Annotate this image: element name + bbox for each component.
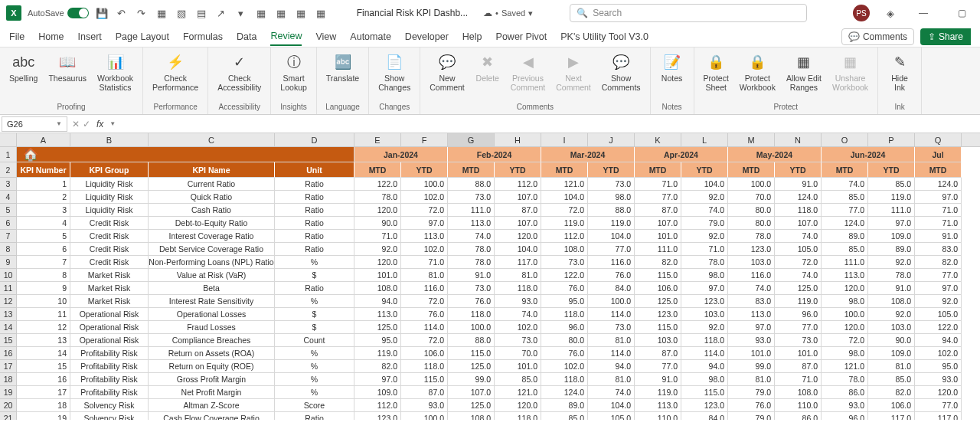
kpi-number[interactable]: 7: [17, 256, 70, 269]
qat-icon[interactable]: ▧: [175, 6, 188, 20]
qat-icon[interactable]: ▦: [314, 6, 328, 20]
data-cell[interactable]: 78.0: [868, 269, 915, 282]
sub-header[interactable]: YTD: [495, 162, 541, 178]
col-header-O[interactable]: O: [822, 133, 868, 146]
data-cell[interactable]: 104.0: [541, 191, 588, 204]
check-performance-button[interactable]: ⚡Check Performance: [148, 51, 203, 101]
month-header[interactable]: Feb-2024: [448, 147, 541, 162]
header-name[interactable]: KPI Name: [149, 162, 275, 178]
data-cell[interactable]: 117.0: [495, 256, 541, 269]
data-cell[interactable]: 97.0: [401, 217, 448, 230]
translate-button[interactable]: 🔤Translate: [322, 51, 364, 101]
protect-workbook-button[interactable]: 🔒Protect Workbook: [735, 51, 780, 101]
kpi-group[interactable]: Operational Risk: [70, 334, 149, 347]
spreadsheet-grid[interactable]: ABCDEFGHIJKLMNOPQ 1234567891011121314151…: [0, 133, 980, 420]
data-cell[interactable]: 85.0: [495, 373, 541, 386]
data-cell[interactable]: 104.0: [495, 243, 541, 256]
data-cell[interactable]: 120.0: [822, 321, 868, 334]
data-cell[interactable]: 105.0: [588, 412, 635, 420]
tab-data[interactable]: Data: [237, 28, 256, 45]
kpi-group[interactable]: Profitability Risk: [70, 373, 149, 386]
data-cell[interactable]: 125.0: [448, 360, 495, 373]
month-header[interactable]: May-2024: [728, 147, 822, 162]
data-cell[interactable]: 115.0: [401, 373, 448, 386]
data-cell[interactable]: 81.0: [588, 373, 635, 386]
data-cell[interactable]: 103.0: [681, 308, 728, 321]
data-cell[interactable]: 73.0: [775, 334, 822, 347]
kpi-number[interactable]: 17: [17, 386, 70, 399]
col-header-J[interactable]: J: [588, 133, 635, 146]
data-cell[interactable]: 70.0: [728, 191, 775, 204]
data-cell[interactable]: 114.0: [401, 321, 448, 334]
month-header[interactable]: Apr-2024: [635, 147, 728, 162]
data-cell[interactable]: 124.0: [775, 191, 822, 204]
data-cell[interactable]: 122.0: [541, 269, 588, 282]
data-cell[interactable]: 100.0: [822, 308, 868, 321]
data-cell[interactable]: 93.0: [915, 373, 962, 386]
autosave-toggle[interactable]: AutoSave: [28, 8, 89, 18]
data-cell[interactable]: 96.0: [775, 308, 822, 321]
data-cell[interactable]: 125.0: [354, 321, 401, 334]
kpi-name[interactable]: Cash Flow Coverage Ratio: [149, 412, 275, 420]
row-header-12[interactable]: 12: [0, 295, 16, 308]
data-cell[interactable]: 102.0: [915, 347, 962, 360]
data-cell[interactable]: 102.0: [541, 360, 588, 373]
data-cell[interactable]: 74.0: [588, 386, 635, 399]
data-cell[interactable]: 115.0: [448, 347, 495, 360]
chevron-down-icon[interactable]: ▼: [56, 120, 62, 127]
data-cell[interactable]: 78.0: [681, 256, 728, 269]
kpi-name[interactable]: Debt-to-Equity Ratio: [149, 217, 275, 230]
data-cell[interactable]: 101.0: [728, 347, 775, 360]
data-cell[interactable]: 92.0: [681, 191, 728, 204]
data-cell[interactable]: 92.0: [681, 321, 728, 334]
kpi-name[interactable]: Operational Losses: [149, 308, 275, 321]
data-cell[interactable]: 109.0: [868, 230, 915, 243]
data-cell[interactable]: 97.0: [868, 217, 915, 230]
data-cell[interactable]: 98.0: [681, 269, 728, 282]
data-cell[interactable]: 118.0: [541, 373, 588, 386]
data-cell[interactable]: 92.0: [681, 230, 728, 243]
data-cell[interactable]: 113.0: [401, 230, 448, 243]
data-cell[interactable]: 76.0: [541, 282, 588, 295]
data-cell[interactable]: 113.0: [822, 269, 868, 282]
kpi-group[interactable]: Operational Risk: [70, 321, 149, 334]
month-header[interactable]: Jul: [915, 147, 962, 162]
col-header-E[interactable]: E: [354, 133, 401, 146]
kpi-name[interactable]: Net Profit Margin: [149, 386, 275, 399]
data-cell[interactable]: 78.0: [728, 230, 775, 243]
sub-header[interactable]: MTD: [354, 162, 401, 178]
data-cell[interactable]: 113.0: [635, 399, 681, 412]
data-cell[interactable]: 93.0: [401, 399, 448, 412]
data-cell[interactable]: 123.0: [681, 295, 728, 308]
data-cell[interactable]: 98.0: [681, 373, 728, 386]
row-header-2[interactable]: 2: [0, 162, 16, 178]
row-header-4[interactable]: 4: [0, 191, 16, 204]
kpi-unit[interactable]: %: [275, 256, 354, 269]
data-cell[interactable]: 106.0: [868, 399, 915, 412]
kpi-group[interactable]: Market Risk: [70, 269, 149, 282]
kpi-group[interactable]: Profitability Risk: [70, 386, 149, 399]
data-cell[interactable]: 112.0: [541, 230, 588, 243]
data-cell[interactable]: 104.0: [681, 178, 728, 191]
data-cell[interactable]: 121.0: [541, 178, 588, 191]
data-cell[interactable]: 97.0: [728, 321, 775, 334]
tab-developer[interactable]: Developer: [405, 28, 449, 45]
col-header-D[interactable]: D: [275, 133, 354, 146]
data-cell[interactable]: 125.0: [448, 399, 495, 412]
data-cell[interactable]: 72.0: [775, 256, 822, 269]
row-header-15[interactable]: 15: [0, 334, 16, 347]
data-cell[interactable]: 109.0: [868, 347, 915, 360]
data-cell[interactable]: 78.0: [448, 256, 495, 269]
data-cell[interactable]: 108.0: [541, 243, 588, 256]
row-header-20[interactable]: 20: [0, 399, 16, 412]
data-cell[interactable]: 89.0: [541, 399, 588, 412]
data-cell[interactable]: 110.0: [635, 412, 681, 420]
data-cell[interactable]: 122.0: [354, 178, 401, 191]
data-cell[interactable]: 108.0: [775, 386, 822, 399]
data-cell[interactable]: 88.0: [448, 334, 495, 347]
col-header-F[interactable]: F: [401, 133, 448, 146]
data-cell[interactable]: 76.0: [541, 347, 588, 360]
row-header-6[interactable]: 6: [0, 217, 16, 230]
tab-review[interactable]: Review: [270, 28, 302, 46]
data-cell[interactable]: 97.0: [681, 282, 728, 295]
